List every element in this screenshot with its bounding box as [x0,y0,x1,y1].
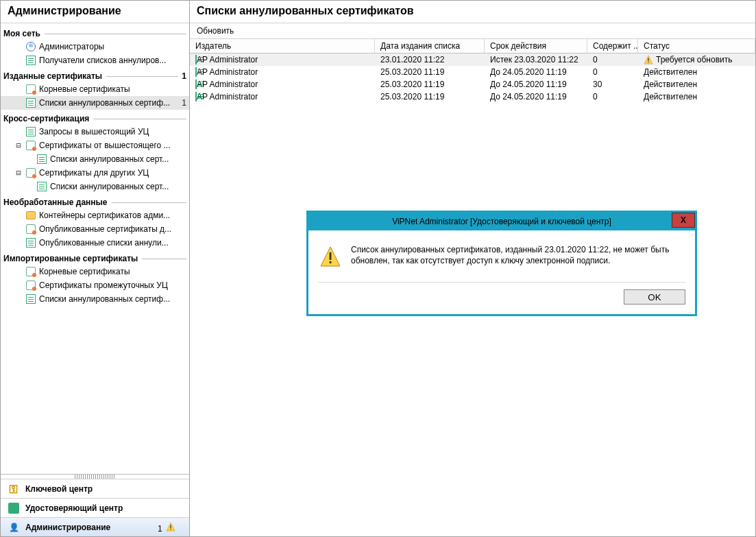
expander-icon[interactable]: ⊟ [14,168,23,178]
dialog-close-button[interactable]: X [672,213,695,228]
nav-button[interactable]: 👤Администрирование1 [1,517,189,536]
cell-count: 30 [587,80,638,89]
cert-icon [25,224,36,235]
tree-item[interactable]: Списки аннулированных серт... [1,152,189,166]
section-label: Импортированные сертификаты [3,254,138,263]
list-icon [195,67,197,77]
tree-item-label: Списки аннулированных сертиф... [39,98,179,108]
col-issuer[interactable]: Издатель [190,39,375,53]
nav-button[interactable]: Удостоверяющий центр [1,498,189,517]
cell-date: 23.01.2020 11:22 [375,55,485,64]
tree-item[interactable]: ⊟Сертификаты для других УЦ [1,166,189,180]
cell-valid: Истек 23.03.2020 11:22 [485,55,587,64]
section-label: Изданные сертификаты [3,71,102,81]
nav-button[interactable]: ⚿Ключевой центр [1,479,189,498]
table-row[interactable]: AP Administrator25.03.2020 11:19До 24.05… [190,66,755,78]
svg-rect-4 [648,58,648,61]
cell-date: 25.03.2020 11:19 [375,67,485,77]
table-row[interactable]: AP Administrator25.03.2020 11:19До 24.05… [190,78,755,91]
sidebar: Администрирование Моя сетьАдминистраторы… [1,1,190,536]
cert-icon [25,84,36,95]
nav-tree: Моя сетьАдминистраторыПолучатели списков… [1,23,189,474]
tree-item-label: Списки аннулированных серт... [50,182,186,191]
bottom-nav: ⚿Ключевой центрУдостоверяющий центр👤Адми… [1,474,189,536]
svg-rect-7 [330,252,332,260]
col-status[interactable]: Статус [638,39,755,53]
list-icon [25,97,36,108]
cert-icon [25,266,36,277]
section-header: Кросс-сертификация [3,114,186,123]
col-valid[interactable]: Срок действия [485,39,587,53]
tree-item-label: Администраторы [39,42,186,51]
warn-icon [644,55,653,64]
table-row[interactable]: AP Administrator23.01.2020 11:22Истек 23… [190,53,755,66]
nav-button-label: Ключевой центр [25,484,93,494]
refresh-button[interactable]: Обновить [197,26,234,36]
grid-header: Издатель Дата издания списка Срок действ… [190,39,755,53]
cell-status: Действителен [638,80,755,89]
tree-item-label: Списки аннулированных серт... [50,154,186,164]
list-icon [25,237,36,248]
section-count: 1 [182,71,186,81]
col-date[interactable]: Дата издания списка [375,39,485,53]
dialog-titlebar[interactable]: ViPNet Administrator [Удостоверяющий и к… [308,213,695,230]
tree-item[interactable]: Списки аннулированных серт... [1,180,189,193]
tree-item[interactable]: Сертификаты промежуточных УЦ [1,278,189,292]
dialog-title-text: ViPNet Administrator [Удостоверяющий и к… [392,217,611,226]
cert-icon [25,280,36,291]
tree-item[interactable]: Списки аннулированных сертиф... [1,292,189,306]
cell-date: 25.03.2020 11:19 [375,92,485,102]
cell-issuer: AP Administrator [190,67,375,77]
sidebar-title: Администрирование [1,1,189,23]
section-header: Моя сеть [3,29,186,38]
message-dialog: ViPNet Administrator [Удостоверяющий и к… [306,211,697,316]
tree-item-count: 1 [182,98,186,108]
nav-button-label: Администрирование [25,523,110,532]
cell-date: 25.03.2020 11:19 [375,80,485,89]
cell-status: Действителен [638,67,755,77]
nav-button-label: Удостоверяющий центр [25,503,123,513]
tree-item-label: Корневые сертификаты [39,267,186,276]
tree-item[interactable]: ⊟Сертификаты от вышестоящего ... [1,139,189,152]
tree-item[interactable]: Опубликованные списки аннули... [1,236,189,250]
section-header: Необработанные данные [3,198,186,207]
section-header: Импортированные сертификаты [3,254,186,263]
tree-item[interactable]: Контейнеры сертификатов адми... [1,208,189,222]
list-icon [25,126,36,137]
tree-item-label: Опубликованные сертификаты д... [39,224,186,234]
list-icon [25,294,36,305]
col-count[interactable]: Содержит ... [587,39,638,53]
cell-valid: До 24.05.2020 11:19 [485,67,587,77]
tree-item[interactable]: Получатели списков аннулиров... [1,53,189,67]
list-icon [36,154,47,165]
tree-item-label: Опубликованные списки аннули... [39,238,186,248]
dialog-message: Список аннулированных сертификатов, изда… [351,244,681,270]
tree-item[interactable]: Корневые сертификаты [1,265,189,278]
folder-icon [25,210,36,221]
tree-item-label: Сертификаты от вышестоящего ... [39,141,186,150]
tree-item[interactable]: Опубликованные сертификаты д... [1,222,189,236]
dialog-ok-button[interactable]: OK [624,289,685,305]
tree-item-label: Сертификаты для других УЦ [39,168,186,178]
tree-item[interactable]: Запросы в вышестоящий УЦ [1,125,189,139]
list-icon [25,55,36,66]
tree-item-label: Списки аннулированных сертиф... [39,294,186,304]
cell-issuer: AP Administrator [190,80,375,89]
table-row[interactable]: AP Administrator25.03.2020 11:19До 24.05… [190,91,755,103]
expander-icon[interactable]: ⊟ [14,141,23,150]
admin-icon: 👤 [8,521,20,534]
cell-issuer: AP Administrator [190,55,375,64]
cell-valid: До 24.05.2020 11:19 [485,92,587,102]
tree-item[interactable]: Администраторы [1,40,189,53]
tree-item[interactable]: Корневые сертификаты [1,82,189,96]
main-panel: Списки аннулированных сертификатов Обнов… [190,1,755,536]
list-icon [195,92,197,102]
tree-item-label: Получатели списков аннулиров... [39,56,186,65]
nav-badge: 1 [158,521,182,534]
tree-item[interactable]: Списки аннулированных сертиф...1 [1,96,189,110]
svg-rect-1 [170,525,171,528]
svg-rect-5 [648,62,648,62]
svg-rect-2 [170,529,171,529]
list-icon [36,181,47,192]
cell-count: 0 [587,67,638,77]
